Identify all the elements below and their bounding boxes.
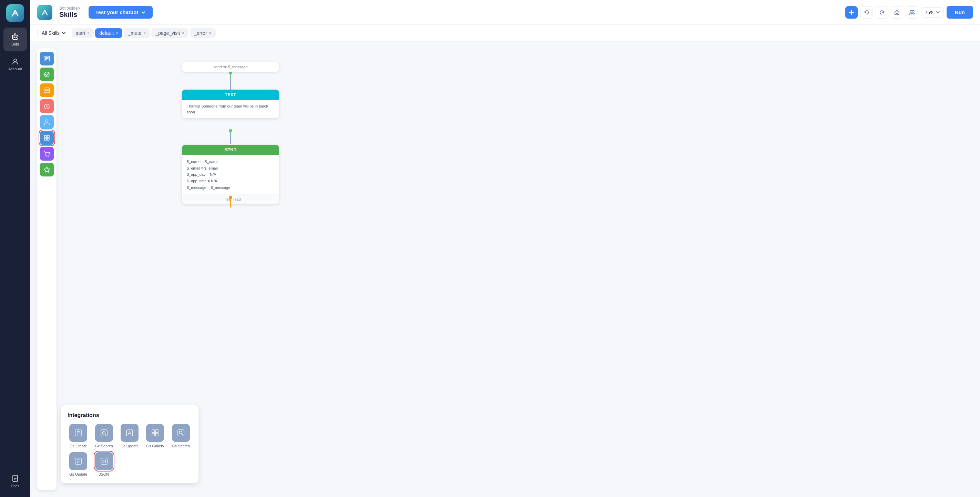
- integration-gc-search[interactable]: Gc Search: [93, 424, 115, 448]
- tab-default[interactable]: default ×: [95, 28, 123, 38]
- svg-rect-43: [152, 433, 155, 436]
- toolbar-list-btn[interactable]: [40, 83, 54, 97]
- tab-page-visit-close[interactable]: ×: [182, 31, 185, 35]
- zoom-selector[interactable]: 75%: [921, 7, 944, 18]
- bots-label: Bots: [11, 42, 19, 46]
- send-node[interactable]: SEND $_name = $_name $_email = $_email $…: [182, 145, 279, 204]
- header-title-block: Bot builder/ Skills: [59, 6, 80, 19]
- gc-create-icon: [69, 424, 87, 442]
- tabs-bar: All Skills start × default × _mute × _pa…: [30, 25, 980, 41]
- svg-rect-28: [47, 138, 49, 140]
- sidebar-item-docs[interactable]: Docs: [3, 470, 27, 493]
- svg-rect-41: [152, 430, 155, 433]
- page-title: Skills: [59, 11, 80, 19]
- toolbar-person-btn[interactable]: [40, 115, 54, 129]
- integrations-panel: Integrations Gc Create Gc Search: [60, 405, 199, 483]
- svg-point-3: [15, 33, 16, 34]
- breadcrumb: Bot builder/: [59, 6, 80, 11]
- connector-dot-bottom: [229, 196, 232, 199]
- toolbar-grid-btn[interactable]: [40, 131, 54, 145]
- integrations-title: Integrations: [68, 412, 192, 419]
- svg-rect-18: [44, 88, 49, 93]
- test-chatbot-button[interactable]: Test your chatbot: [89, 6, 153, 19]
- svg-rect-0: [13, 35, 18, 39]
- send-node-header: SEND: [182, 145, 279, 155]
- svg-point-24: [46, 120, 48, 123]
- integration-gs-search[interactable]: Gs Search: [170, 424, 192, 448]
- left-nav: Bots Account Docs: [0, 0, 30, 497]
- connector-top: [230, 72, 231, 89]
- integration-gc-update[interactable]: Gc Update: [119, 424, 140, 448]
- add-button[interactable]: [845, 6, 858, 19]
- svg-point-1: [13, 37, 15, 38]
- gs-update-icon: [69, 452, 87, 470]
- toolbar-star-btn[interactable]: [40, 162, 54, 177]
- svg-point-29: [46, 156, 47, 157]
- svg-point-30: [48, 156, 49, 157]
- svg-marker-31: [44, 167, 50, 172]
- bots-icon: [11, 32, 19, 41]
- account-icon: [11, 57, 19, 65]
- partial-node-top: send to: $_message: [182, 62, 279, 72]
- run-button[interactable]: Run: [947, 6, 973, 19]
- tab-error[interactable]: _error ×: [190, 28, 215, 38]
- svg-line-47: [181, 433, 183, 435]
- left-toolbar: [37, 48, 57, 490]
- tab-mute-close[interactable]: ×: [143, 31, 146, 35]
- svg-rect-42: [156, 430, 158, 433]
- svg-rect-26: [47, 135, 49, 137]
- toolbar-timer-btn[interactable]: [40, 99, 54, 113]
- integration-gs-gallery[interactable]: Gs Gallery: [145, 424, 166, 448]
- json-icon: {JS}: [95, 452, 113, 470]
- integration-gc-create[interactable]: Gc Create: [68, 424, 89, 448]
- header: Bot builder/ Skills Test your chatbot: [30, 0, 980, 25]
- gc-search-icon: [95, 424, 113, 442]
- integrations-grid: Gc Create Gc Search Gc Update: [68, 424, 192, 476]
- docs-icon: [11, 474, 19, 483]
- gc-update-icon: [121, 424, 138, 442]
- redo-button[interactable]: [876, 6, 888, 19]
- gs-gallery-icon: [146, 424, 164, 442]
- tab-error-close[interactable]: ×: [209, 31, 212, 35]
- tab-start-close[interactable]: ×: [87, 31, 89, 35]
- svg-point-12: [912, 10, 914, 13]
- svg-point-4: [14, 59, 16, 62]
- svg-rect-44: [156, 433, 158, 436]
- tab-mute[interactable]: _mute ×: [124, 28, 150, 38]
- docs-label: Docs: [11, 484, 19, 488]
- toolbar-cart-btn[interactable]: [40, 147, 54, 161]
- svg-rect-27: [45, 138, 46, 140]
- send-node-body: $_name = $_name $_email = $_email $_app_…: [182, 155, 279, 194]
- svg-rect-25: [45, 135, 46, 137]
- gs-search-icon: [172, 424, 190, 442]
- svg-point-2: [16, 37, 17, 38]
- app-logo: [6, 4, 24, 22]
- toolbar-check-btn[interactable]: [40, 68, 54, 81]
- header-logo: [37, 5, 52, 20]
- tab-all-skills[interactable]: All Skills: [37, 28, 70, 38]
- tab-start[interactable]: start ×: [72, 28, 94, 38]
- account-label: Account: [8, 67, 22, 71]
- header-actions: 75% Run: [845, 6, 973, 19]
- svg-point-11: [910, 10, 912, 13]
- connector-mid: [230, 130, 231, 144]
- connector-dot-mid: [229, 129, 232, 132]
- svg-line-38: [105, 434, 106, 435]
- svg-rect-39: [126, 430, 133, 436]
- home-button[interactable]: [891, 6, 903, 19]
- tab-default-close[interactable]: ×: [116, 31, 118, 35]
- text-node-header: TEXT: [182, 89, 279, 100]
- tab-page-visit[interactable]: _page_visit ×: [151, 28, 188, 38]
- integration-gs-update[interactable]: Gs Update: [68, 452, 89, 476]
- people-icon: [906, 6, 918, 19]
- text-node[interactable]: TEXT Thanks! Someone from our team will …: [182, 89, 279, 118]
- toolbar-text-btn[interactable]: [40, 52, 54, 65]
- text-node-body: Thanks! Someone from our team will be in…: [182, 100, 279, 118]
- sidebar-item-account[interactable]: Account: [3, 53, 27, 76]
- integration-json[interactable]: {JS} JSON: [93, 452, 115, 476]
- canvas-area: send to: $_message TEXT Thanks! Someone …: [30, 41, 980, 497]
- svg-text:{JS}: {JS}: [101, 460, 108, 463]
- undo-button[interactable]: [861, 6, 873, 19]
- sidebar-item-bots[interactable]: Bots: [3, 27, 27, 51]
